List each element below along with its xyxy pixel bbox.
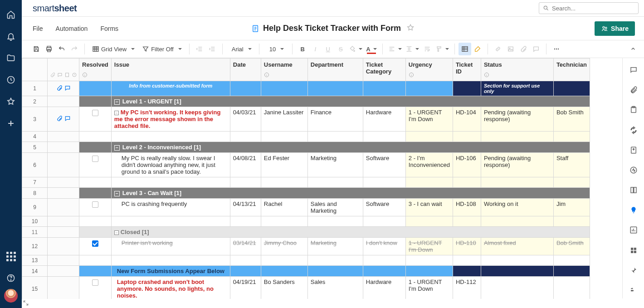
col-issue[interactable]: Issue bbox=[111, 59, 230, 81]
col-resolved[interactable]: Resolved bbox=[79, 59, 112, 81]
section-header-row[interactable]: 1 Info from customer-submitted form Sect… bbox=[22, 81, 590, 96]
resolved-checkbox[interactable] bbox=[92, 156, 98, 162]
col-date[interactable]: Date bbox=[230, 59, 261, 81]
tb-collapse-toolbar-icon[interactable] bbox=[627, 43, 639, 55]
tb-format-icon[interactable] bbox=[434, 43, 451, 55]
tb-font-family[interactable]: Arial bbox=[226, 43, 255, 55]
nav-notifications[interactable] bbox=[0, 25, 22, 47]
row-collapse-toggle[interactable]: − bbox=[114, 111, 119, 115]
panel-update-requests-icon[interactable] bbox=[623, 122, 644, 138]
nav-favorites[interactable] bbox=[0, 91, 22, 112]
panel-publish-icon[interactable] bbox=[623, 142, 644, 158]
group-header-level1[interactable]: 2 −Level 1 - URGENT [1] bbox=[22, 96, 590, 107]
table-row[interactable]: 12 Printer isn't working 03/14/21Jimmy C… bbox=[22, 238, 590, 255]
resolved-checkbox[interactable] bbox=[92, 279, 98, 286]
info-icon[interactable] bbox=[409, 72, 414, 79]
panel-brandfolder-icon[interactable] bbox=[623, 282, 644, 298]
col-ticket-id[interactable]: Ticket ID bbox=[453, 59, 481, 81]
user-avatar[interactable] bbox=[4, 289, 18, 303]
tb-more-icon[interactable] bbox=[550, 43, 563, 55]
tb-italic-icon[interactable]: I bbox=[309, 43, 322, 55]
share-button[interactable]: Share bbox=[595, 21, 635, 36]
tb-font-size[interactable]: 10 bbox=[263, 43, 288, 55]
nav-browse[interactable] bbox=[0, 47, 22, 69]
tb-text-color-icon[interactable]: A bbox=[364, 43, 378, 55]
panel-workapps-icon[interactable] bbox=[623, 242, 644, 259]
expand-fullscreen-icon[interactable] bbox=[23, 300, 30, 307]
row-attachment-icon[interactable] bbox=[56, 115, 63, 122]
tb-image-icon[interactable] bbox=[504, 43, 517, 55]
row-comment-icon[interactable] bbox=[64, 85, 71, 91]
tb-undo-icon[interactable] bbox=[55, 43, 68, 55]
tb-link-icon[interactable] bbox=[492, 43, 504, 55]
panel-attachments-icon[interactable] bbox=[623, 82, 644, 98]
menu-forms[interactable]: Forms bbox=[100, 25, 118, 32]
collapse-toggle[interactable]: − bbox=[114, 191, 120, 196]
tb-save-icon[interactable] bbox=[30, 43, 43, 55]
table-row[interactable]: 6 My PC is really really slow. I swear I… bbox=[22, 153, 590, 177]
resolved-checkbox[interactable] bbox=[92, 201, 98, 208]
menu-automation[interactable]: Automation bbox=[56, 25, 88, 32]
panel-activity-log-icon[interactable] bbox=[623, 162, 644, 178]
group-header-level3[interactable]: 8 −Level 3 - Can Wait [1] bbox=[22, 188, 590, 199]
panel-chart-icon[interactable] bbox=[623, 222, 644, 238]
search-input[interactable] bbox=[552, 5, 634, 12]
tb-bold-icon[interactable]: B bbox=[296, 43, 309, 55]
col-urgency[interactable]: Urgency bbox=[405, 59, 453, 81]
row-number-header[interactable] bbox=[22, 59, 48, 81]
resolved-checkbox[interactable] bbox=[92, 240, 98, 247]
favorite-toggle[interactable] bbox=[406, 24, 415, 33]
col-username[interactable]: Username bbox=[261, 59, 307, 81]
collapse-toggle[interactable]: − bbox=[114, 99, 120, 105]
row-attachment-icon[interactable] bbox=[56, 85, 63, 91]
col-technician[interactable]: Technician bbox=[553, 59, 590, 81]
row-comment-icon[interactable] bbox=[64, 115, 71, 122]
group-header-closed[interactable]: 11 −Closed [1] bbox=[22, 227, 590, 238]
collapse-toggle[interactable]: − bbox=[114, 230, 119, 235]
tb-print-icon[interactable] bbox=[43, 43, 55, 55]
group-header-level2[interactable]: 5 −Level 2 - Inconvenienced [1] bbox=[22, 142, 590, 153]
table-row[interactable]: 7 bbox=[22, 177, 590, 188]
panel-proofs-icon[interactable] bbox=[623, 102, 644, 118]
col-department[interactable]: Department bbox=[307, 59, 363, 81]
tb-filter[interactable]: Filter Off bbox=[138, 43, 185, 55]
tb-strike-icon[interactable]: S bbox=[334, 43, 347, 55]
nav-create[interactable] bbox=[0, 112, 22, 134]
grid-container[interactable]: Resolved Issue Date Username Department … bbox=[22, 58, 622, 299]
nav-recents[interactable] bbox=[0, 69, 22, 91]
tb-highlight-changes-icon[interactable] bbox=[471, 43, 484, 55]
panel-summary-icon[interactable] bbox=[623, 182, 644, 198]
table-row[interactable]: 3 −My PC isn't working. It keeps giving … bbox=[22, 107, 590, 132]
tb-align-v-icon[interactable] bbox=[404, 43, 421, 55]
tb-wrap-icon[interactable] bbox=[421, 43, 434, 55]
tb-underline-icon[interactable]: U bbox=[322, 43, 334, 55]
panel-tips-icon[interactable] bbox=[623, 202, 644, 218]
row-icons-header[interactable] bbox=[48, 59, 79, 81]
info-icon[interactable] bbox=[82, 72, 88, 79]
resolved-checkbox[interactable] bbox=[92, 110, 98, 116]
table-row[interactable]: 13 bbox=[22, 255, 590, 266]
section-header-row[interactable]: 14 New Form Submissions Appear Below bbox=[22, 266, 590, 277]
table-row[interactable]: 10 bbox=[22, 216, 590, 227]
collapse-toggle[interactable]: − bbox=[114, 145, 120, 151]
col-category[interactable]: Ticket Category bbox=[363, 59, 405, 81]
panel-pin-icon[interactable] bbox=[623, 262, 644, 279]
global-search[interactable] bbox=[539, 2, 639, 14]
info-icon[interactable] bbox=[484, 72, 489, 79]
menu-file[interactable]: File bbox=[33, 25, 43, 32]
panel-conversations-icon[interactable] bbox=[623, 62, 644, 78]
nav-home[interactable] bbox=[0, 4, 22, 25]
tb-conditional-format-icon[interactable] bbox=[459, 43, 471, 55]
table-row[interactable]: 4 bbox=[22, 132, 590, 142]
tb-fill-color-icon[interactable] bbox=[347, 43, 364, 55]
col-status[interactable]: Status bbox=[481, 59, 553, 81]
table-row[interactable]: 9 PC is crashing frequently 04/13/21Rach… bbox=[22, 199, 590, 216]
nav-help[interactable] bbox=[0, 267, 22, 289]
tb-align-h-icon[interactable] bbox=[386, 43, 404, 55]
table-row[interactable]: 15 Laptop crashed and won't boot anymore… bbox=[22, 277, 590, 299]
nav-apps-launcher[interactable] bbox=[0, 245, 22, 267]
tb-view-switcher[interactable]: Grid View bbox=[88, 43, 138, 55]
info-icon[interactable] bbox=[264, 72, 269, 79]
tb-attachment-icon[interactable] bbox=[517, 43, 530, 55]
tb-comment-icon[interactable] bbox=[530, 43, 542, 55]
